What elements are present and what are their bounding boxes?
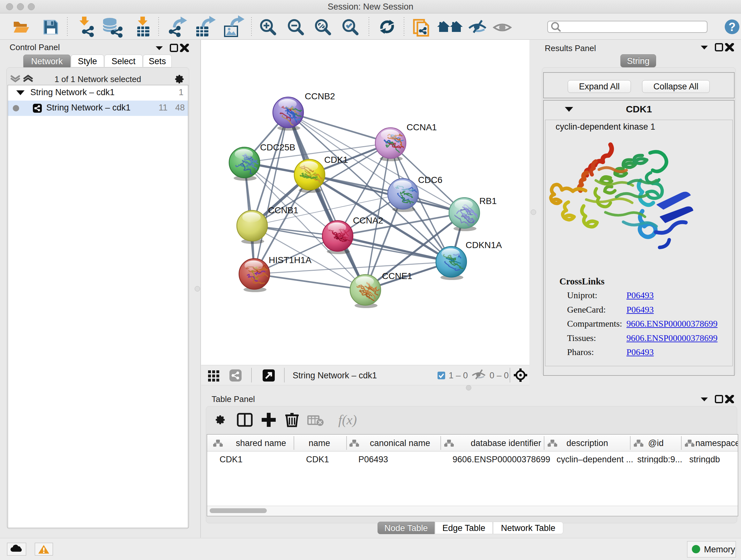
svg-text:RB1: RB1 xyxy=(479,196,496,206)
svg-text:P06493: P06493 xyxy=(358,455,388,463)
svg-text:CDC25B: CDC25B xyxy=(260,142,295,152)
svg-text:CDK1: CDK1 xyxy=(324,155,348,165)
svg-text:description: description xyxy=(566,438,608,448)
svg-text:1 – 0: 1 – 0 xyxy=(449,371,468,380)
svg-text:CDC6: CDC6 xyxy=(418,175,442,185)
svg-text:9606.ENSP00000378699: 9606.ENSP00000378699 xyxy=(453,455,550,463)
svg-text:f(x): f(x) xyxy=(338,413,357,428)
svg-text:CCNA2: CCNA2 xyxy=(353,215,383,226)
svg-text:HIST1H1A: HIST1H1A xyxy=(269,255,312,265)
svg-text:@id: @id xyxy=(648,438,664,448)
svg-text:CDK1: CDK1 xyxy=(306,455,329,463)
svg-text:name: name xyxy=(309,438,330,448)
svg-text:CCNB1: CCNB1 xyxy=(268,205,298,215)
svg-text:database identifier: database identifier xyxy=(471,438,541,448)
svg-text:String Network – cdk1: String Network – cdk1 xyxy=(293,371,377,380)
svg-text:cyclin–dependent ...: cyclin–dependent ... xyxy=(556,455,633,463)
svg-text:stringdb:9...: stringdb:9... xyxy=(637,455,682,463)
svg-text:namespace: namespace xyxy=(695,438,738,448)
svg-text:?: ? xyxy=(729,20,736,34)
svg-text:0 – 0: 0 – 0 xyxy=(489,371,509,380)
svg-text:CDK1: CDK1 xyxy=(219,455,243,463)
svg-text:shared name: shared name xyxy=(236,438,286,448)
svg-text:CDKN1A: CDKN1A xyxy=(466,240,502,250)
svg-text:canonical name: canonical name xyxy=(370,438,430,448)
svg-text:stringdb: stringdb xyxy=(689,455,720,463)
svg-text:CCNB2: CCNB2 xyxy=(305,91,335,101)
svg-text:CCNA1: CCNA1 xyxy=(407,122,437,132)
svg-text:CCNE1: CCNE1 xyxy=(382,271,412,281)
